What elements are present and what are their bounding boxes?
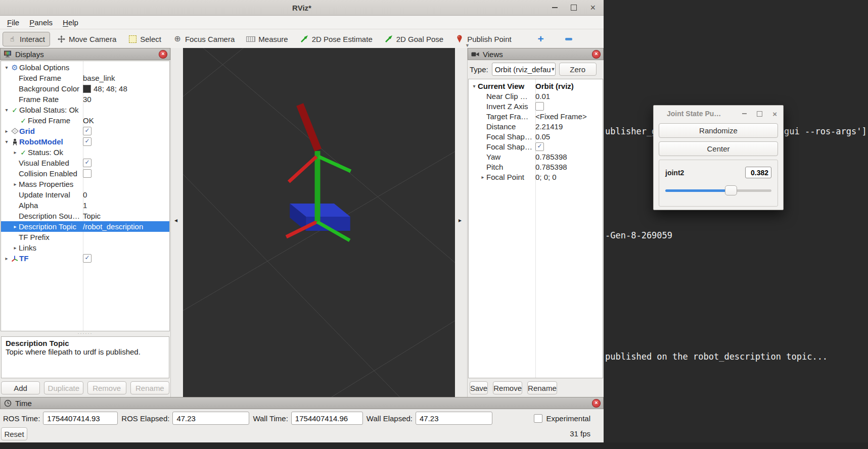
row-value[interactable]: 1 — [83, 201, 87, 210]
menu-panels[interactable]: Panels — [24, 17, 58, 28]
row-value[interactable]: Orbit (rviz) — [535, 82, 574, 90]
views-row-focal-shap[interactable]: Focal Shap…0.05 — [469, 131, 603, 141]
displays-row-tf-prefix[interactable]: TF Prefix — [1, 232, 169, 242]
maximize-icon[interactable] — [571, 5, 577, 11]
displays-row-description-sou[interactable]: Description Sou…Topic — [1, 211, 169, 221]
center-button[interactable]: Center — [659, 141, 778, 156]
right-splitter[interactable]: ▸ — [455, 48, 468, 397]
left-splitter[interactable]: ◂ — [170, 48, 183, 397]
experimental-checkbox[interactable] — [534, 414, 542, 423]
row-value[interactable]: OK — [83, 116, 94, 125]
expander-closed-icon[interactable]: ▸ — [12, 181, 19, 187]
displays-row-update-interval[interactable]: Update Interval0 — [1, 189, 169, 200]
tool-interact[interactable]: ☝Interact — [3, 32, 50, 46]
views-row-focal-shap[interactable]: Focal Shap…✓ — [469, 141, 603, 152]
displays-row-global-status-ok[interactable]: ▾✓Global Status: Ok — [1, 105, 169, 115]
time-close-icon[interactable]: × — [592, 399, 601, 408]
checkbox[interactable]: ✓ — [535, 142, 544, 151]
maximize-icon[interactable] — [757, 111, 762, 117]
expander-open-icon[interactable]: ▾ — [3, 107, 10, 113]
displays-row-links[interactable]: ▸Links — [1, 242, 169, 253]
displays-row-fixed-frame[interactable]: Fixed Framebase_link — [1, 73, 169, 83]
displays-row-fixed-frame[interactable]: ✓Fixed FrameOK — [1, 115, 169, 126]
minimize-icon[interactable] — [552, 7, 558, 8]
views-row-invert-z-axis[interactable]: Invert Z Axis — [469, 101, 603, 111]
tool-focus-camera[interactable]: ⊕Focus Camera — [168, 32, 240, 46]
wall-time-input[interactable]: 1754407414.96 — [291, 412, 363, 425]
zero-button[interactable]: Zero — [559, 63, 597, 76]
randomize-button[interactable]: Randomize — [659, 123, 778, 138]
view-type-dropdown[interactable]: Orbit (rviz_defau ▼ — [492, 63, 556, 76]
views-row-target-fra[interactable]: Target Fra…<Fixed Frame> — [469, 111, 603, 121]
tool-measure[interactable]: Measure — [241, 32, 293, 46]
displays-row-collision-enabled[interactable]: Collision Enabled — [1, 168, 169, 179]
minimize-icon[interactable] — [742, 113, 747, 114]
views-row-distance[interactable]: Distance2.21419 — [469, 121, 603, 131]
save-button[interactable]: Save — [470, 381, 488, 394]
expander-open-icon[interactable]: ▾ — [3, 65, 10, 70]
views-panel-header[interactable]: Views × — [468, 48, 604, 60]
row-value[interactable]: /robot_description — [83, 222, 143, 231]
row-value[interactable]: 0.05 — [535, 132, 550, 141]
row-value[interactable]: 48; 48; 48 — [94, 84, 127, 93]
joint-state-publisher-window[interactable]: Joint State Pu… × Randomize Center joint… — [653, 105, 784, 210]
expander-closed-icon[interactable]: ▸ — [479, 174, 486, 180]
collapse-right-icon[interactable]: ▸ — [459, 217, 462, 224]
rename-button[interactable]: Rename — [527, 381, 557, 394]
displays-row-alpha[interactable]: Alpha1 — [1, 200, 169, 211]
row-value[interactable]: 30 — [83, 95, 92, 104]
checkbox[interactable] — [535, 102, 544, 111]
displays-row-grid[interactable]: ▸Grid✓ — [1, 126, 169, 136]
ros-time-input[interactable]: 1754407414.93 — [43, 412, 118, 425]
tool-move-camera[interactable]: Move Camera — [52, 32, 121, 46]
expander-closed-icon[interactable]: ▸ — [12, 224, 19, 229]
displays-row-visual-enabled[interactable]: Visual Enabled✓ — [1, 158, 169, 168]
row-value[interactable]: <Fixed Frame> — [535, 112, 587, 121]
close-icon[interactable]: × — [772, 110, 777, 118]
views-row-yaw[interactable]: Yaw0.785398 — [469, 152, 603, 162]
checkbox[interactable]: ✓ — [83, 127, 92, 135]
add-button[interactable]: Add — [1, 381, 40, 394]
tool-remove-display[interactable] — [559, 35, 578, 43]
slider-track[interactable] — [665, 189, 771, 192]
checkbox[interactable]: ✓ — [83, 254, 92, 263]
close-icon[interactable]: × — [590, 4, 596, 12]
menu-file[interactable]: File — [2, 17, 24, 28]
displays-row-robotmodel[interactable]: ▾RobotModel✓ — [1, 136, 169, 147]
displays-close-icon[interactable]: × — [159, 50, 167, 59]
row-value[interactable]: 2.21419 — [535, 122, 563, 131]
displays-row-mass-properties[interactable]: ▸Mass Properties — [1, 179, 169, 189]
views-close-icon[interactable]: × — [592, 50, 601, 59]
displays-row-tf[interactable]: ▸TF✓ — [1, 253, 169, 264]
expander-closed-icon[interactable]: ▸ — [3, 128, 10, 134]
views-row-pitch[interactable]: Pitch0.785398 — [469, 162, 603, 172]
expander-open-icon[interactable]: ▾ — [3, 139, 10, 144]
expander-closed-icon[interactable]: ▸ — [12, 149, 19, 155]
checkbox[interactable]: ✓ — [83, 137, 92, 146]
tool-add-display[interactable]: + — [531, 32, 551, 46]
row-value[interactable]: base_link — [83, 74, 115, 82]
row-value[interactable]: 0; 0; 0 — [535, 173, 557, 181]
checkbox[interactable]: ✓ — [83, 159, 92, 167]
jsp-titlebar[interactable]: Joint State Pu… × — [654, 106, 783, 122]
views-row-near-clip[interactable]: Near Clip …0.01 — [469, 91, 603, 101]
slider-handle[interactable] — [725, 185, 737, 195]
remove-button[interactable]: Remove — [493, 381, 522, 394]
render-viewport[interactable] — [183, 48, 455, 397]
joint-value-field[interactable]: 0.382 — [745, 167, 771, 178]
joint-slider[interactable] — [665, 185, 771, 196]
expander-closed-icon[interactable]: ▸ — [12, 245, 19, 251]
tool-2d-goal-pose[interactable]: 2D Goal Pose — [379, 32, 448, 46]
row-value[interactable]: Topic — [83, 212, 101, 220]
tool-publish-point[interactable]: Publish Point — [450, 32, 517, 46]
experimental-toggle[interactable]: Experimental — [534, 414, 590, 423]
expander-closed-icon[interactable]: ▸ — [3, 256, 10, 261]
displays-row-background-color[interactable]: Background Color48; 48; 48 — [1, 83, 169, 94]
displays-row-global-options[interactable]: ▾⚙Global Options — [1, 62, 169, 73]
displays-panel-header[interactable]: Displays × — [0, 48, 170, 60]
wall-elapsed-input[interactable]: 47.23 — [416, 412, 492, 425]
checkbox[interactable] — [83, 169, 92, 178]
row-value[interactable]: 0.785398 — [535, 163, 567, 171]
displays-row-description-topic[interactable]: ▸Description Topic/robot_description — [1, 221, 169, 232]
row-value[interactable]: 0 — [83, 190, 87, 199]
